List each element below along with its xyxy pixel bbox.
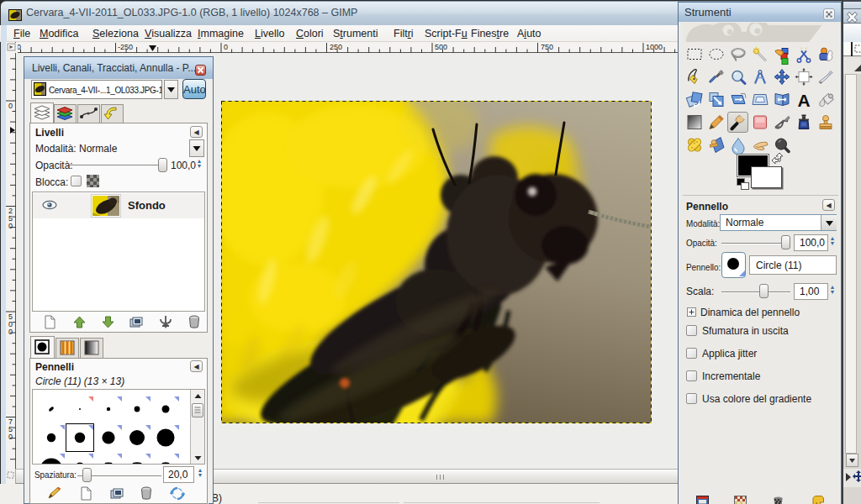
svg-text:0: 0 [8,328,13,336]
svg-text:-250: -250 [118,43,133,51]
svg-text:250: 250 [330,43,342,51]
svg-text:750: 750 [541,43,553,51]
svg-text:0: 0 [224,43,228,51]
svg-text:500: 500 [435,43,447,51]
svg-text:1000: 1000 [646,43,663,51]
svg-text:0: 0 [8,433,13,441]
svg-text:0: 0 [8,102,13,110]
svg-text:0: 0 [8,222,13,230]
svg-text:A: A [797,91,810,110]
